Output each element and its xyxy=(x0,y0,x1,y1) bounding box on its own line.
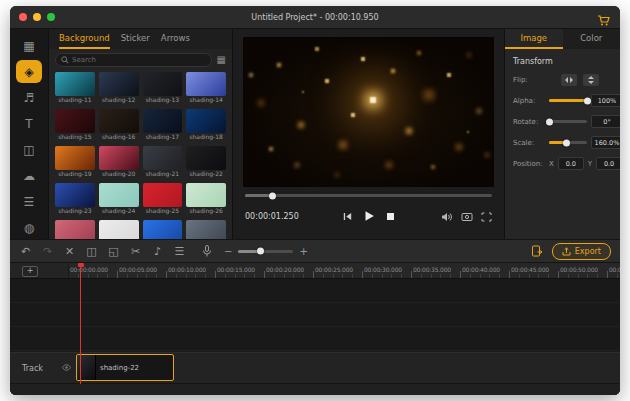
crop-icon[interactable]: ◱ xyxy=(107,245,120,258)
sidebar-item-overlay[interactable]: ◫ xyxy=(16,138,42,161)
zoom-in-button[interactable]: + xyxy=(299,246,307,257)
alpha-row: Alpha: 100% xyxy=(513,94,612,107)
thumbnail-item[interactable]: shading-14 xyxy=(186,72,226,104)
clip-label: shading-22 xyxy=(100,364,139,372)
scale-slider[interactable] xyxy=(549,141,587,144)
alpha-slider[interactable] xyxy=(549,99,587,102)
zoom-out-button[interactable]: − xyxy=(224,246,232,257)
microphone-icon[interactable] xyxy=(202,245,212,257)
sidebar-item-effects[interactable]: ☰ xyxy=(16,190,42,213)
thumbnail-item[interactable] xyxy=(186,220,226,239)
thumbnail-item[interactable]: shading-19 xyxy=(55,146,95,178)
step-back-button[interactable] xyxy=(343,212,352,221)
thumbnail-item[interactable]: shading-18 xyxy=(186,109,226,141)
flip-horizontal-button[interactable] xyxy=(561,74,577,86)
thumbnail-item[interactable]: shading-23 xyxy=(55,183,95,215)
position-y-value[interactable]: 0.0 xyxy=(596,157,620,170)
tab-color[interactable]: Color xyxy=(563,29,621,49)
thumbnail-item[interactable] xyxy=(99,220,139,239)
thumbnail-item[interactable]: shading-25 xyxy=(143,183,183,215)
thumbnail-item[interactable]: shading-15 xyxy=(55,109,95,141)
track-visibility-icon[interactable] xyxy=(62,356,71,375)
timeline-scrollbar[interactable] xyxy=(10,383,620,395)
audio-icon: ♬ xyxy=(24,91,35,105)
timeline-zoom-slider[interactable] xyxy=(238,250,293,253)
position-x-label: X xyxy=(549,160,554,168)
export-button[interactable]: Export xyxy=(552,243,611,260)
preview-panel: 00:00:01.250 xyxy=(232,29,505,239)
thumbnail-item[interactable] xyxy=(143,220,183,239)
timeline-ruler[interactable]: + 00:00:00.00000:00:05.00000:00:10.00000… xyxy=(10,263,620,279)
flip-vertical-button[interactable] xyxy=(583,74,599,86)
thumbnail-item[interactable]: shading-11 xyxy=(55,72,95,104)
thumbnail-image xyxy=(55,72,95,96)
thumbnail-image xyxy=(186,72,226,96)
timeline-tracks[interactable]: Track shading-22 xyxy=(10,279,620,395)
snapshot-icon[interactable] xyxy=(461,207,473,226)
thumbnail-item[interactable]: shading-20 xyxy=(99,146,139,178)
thumbnail-item[interactable]: shading-17 xyxy=(143,109,183,141)
fullscreen-icon[interactable] xyxy=(481,207,492,226)
settings-icon[interactable]: ☰ xyxy=(173,245,186,258)
volume-icon[interactable] xyxy=(441,207,453,226)
thumbnail-item[interactable]: shading-13 xyxy=(143,72,183,104)
add-track-button[interactable]: + xyxy=(22,266,38,277)
sidebar-item-audio[interactable]: ♬ xyxy=(16,86,42,109)
cloud-icon: ☁ xyxy=(23,169,35,183)
mute-icon[interactable]: ♪ xyxy=(151,245,164,258)
tab-image[interactable]: Image xyxy=(505,29,563,49)
thumbnail-image xyxy=(55,109,95,133)
thumbnail-image xyxy=(186,146,226,170)
playhead[interactable] xyxy=(80,263,81,384)
sidebar-item-cloud[interactable]: ☁ xyxy=(16,164,42,187)
play-button[interactable] xyxy=(363,210,375,222)
flip-row: Flip: xyxy=(513,74,612,86)
position-x-value[interactable]: 0.0 xyxy=(558,157,584,170)
ruler-label: 00:00:50.000 xyxy=(560,266,598,273)
scale-slider-handle[interactable] xyxy=(563,139,570,146)
redo-icon[interactable]: ↷ xyxy=(41,245,54,258)
grid-view-icon[interactable]: ▦ xyxy=(217,55,226,65)
rotate-value[interactable]: 0° xyxy=(591,115,620,128)
maximize-window-button[interactable] xyxy=(47,13,55,21)
thumbnail-item[interactable]: shading-16 xyxy=(99,109,139,141)
alpha-slider-handle[interactable] xyxy=(584,97,591,104)
sidebar-item-text[interactable]: T xyxy=(16,112,42,135)
sidebar-item-more[interactable]: ◍ xyxy=(16,216,42,239)
timeline-clip[interactable]: shading-22 xyxy=(76,354,174,381)
thumbnail-image xyxy=(99,183,139,207)
copy-icon[interactable]: ◫ xyxy=(85,245,98,258)
seek-bar[interactable] xyxy=(245,194,492,197)
tab-arrows[interactable]: Arrows xyxy=(161,29,190,49)
undo-icon[interactable]: ↶ xyxy=(19,245,32,258)
close-window-button[interactable] xyxy=(19,13,27,21)
alpha-value[interactable]: 100% xyxy=(591,94,620,107)
zoom-slider-handle[interactable] xyxy=(257,248,264,255)
thumbnail-item[interactable]: shading-26 xyxy=(186,183,226,215)
minimize-window-button[interactable] xyxy=(33,13,41,21)
thumbnail-item[interactable]: shading-24 xyxy=(99,183,139,215)
media-search-row: Search ▦ xyxy=(49,49,232,68)
project-file-icon[interactable] xyxy=(531,245,543,257)
video-preview[interactable] xyxy=(243,37,494,187)
thumbnail-item[interactable]: shading-22 xyxy=(186,146,226,178)
sidebar-item-media[interactable]: ▦ xyxy=(16,34,42,57)
cart-icon[interactable] xyxy=(597,11,610,30)
position-label: Position: xyxy=(513,160,545,168)
thumbnail-item[interactable]: shading-21 xyxy=(143,146,183,178)
thumbnail-item[interactable]: shading-12 xyxy=(99,72,139,104)
tab-background[interactable]: Background xyxy=(59,29,110,49)
thumbnail-item[interactable] xyxy=(55,220,95,239)
scale-value[interactable]: 160.0% xyxy=(591,136,620,149)
delete-icon[interactable]: ✕ xyxy=(63,245,76,258)
sidebar-item-elements[interactable]: ◈ xyxy=(16,60,42,83)
search-input[interactable]: Search xyxy=(55,53,212,67)
stop-button[interactable] xyxy=(386,212,395,221)
rotate-slider[interactable] xyxy=(549,120,587,123)
rotate-slider-handle[interactable] xyxy=(546,118,553,125)
properties-panel: Image Color Transform Flip: xyxy=(505,29,620,239)
tab-sticker[interactable]: Sticker xyxy=(121,29,150,49)
split-icon[interactable]: ✂ xyxy=(129,245,142,258)
position-row: Position: X 0.0 Y 0.0 xyxy=(513,157,612,170)
seek-handle[interactable] xyxy=(269,192,276,199)
